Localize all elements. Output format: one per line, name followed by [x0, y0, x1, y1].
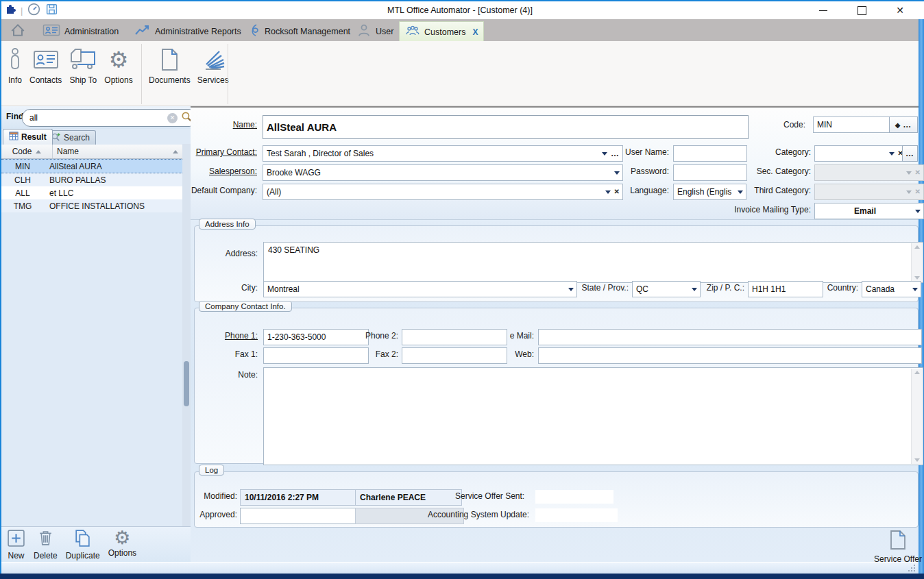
approved-input[interactable]	[240, 508, 358, 524]
dropdown-icon[interactable]	[915, 210, 921, 213]
tab-close-icon[interactable]: X	[472, 27, 478, 37]
documents-button[interactable]: Documents	[145, 45, 194, 86]
document-icon	[160, 46, 179, 73]
web-input[interactable]	[538, 347, 922, 364]
tab-user[interactable]: User	[351, 21, 399, 41]
service-offer-doc-icon	[889, 530, 907, 553]
find-label: Find	[6, 112, 23, 121]
services-button[interactable]: Services	[194, 45, 232, 86]
close-icon: ✕	[896, 5, 904, 15]
options-button[interactable]: ⚙ Options	[101, 45, 136, 86]
home-button[interactable]	[4, 21, 32, 41]
category-combo[interactable]: ✕	[814, 145, 907, 162]
address-label: Address:	[195, 249, 258, 258]
city-combo[interactable]: Montreal	[263, 281, 577, 297]
primary-contact-combo[interactable]: Test Sarah , Director of Sales …	[263, 145, 623, 162]
default-company-combo[interactable]: (All) ✕	[263, 184, 623, 200]
gear-icon: ⚙	[109, 46, 129, 73]
tab-administrative-reports[interactable]: Administrative Reports	[129, 21, 247, 41]
info-button[interactable]: Info	[4, 45, 26, 86]
status-bar	[1, 562, 919, 574]
ellipsis-icon: …	[903, 121, 912, 129]
address-info-group: Address Info Address: 430 SEATING City: …	[194, 225, 919, 302]
accounting-update-field[interactable]	[535, 508, 618, 522]
scrollbar-thumb[interactable]	[184, 361, 189, 406]
ribbon-separator	[228, 44, 228, 104]
textarea-scrollbar[interactable]	[911, 243, 922, 282]
scroll-down-icon[interactable]	[914, 458, 920, 462]
table-row[interactable]: MIN AllSteal AURA	[1, 159, 182, 173]
country-combo[interactable]: Canada	[862, 281, 921, 297]
code-input[interactable]: MIN	[813, 116, 892, 133]
note-label: Note:	[195, 370, 258, 380]
vertical-scrollbar[interactable]	[182, 144, 191, 526]
name-input[interactable]: AllSteal AURA	[263, 115, 749, 139]
gear-icon: ⚙	[114, 529, 130, 547]
minimize-button[interactable]	[814, 3, 832, 17]
tab-customers-active[interactable]: Customers X	[399, 21, 484, 42]
textarea-scrollbar[interactable]	[911, 369, 922, 464]
scroll-up-icon[interactable]	[914, 371, 920, 374]
approved-label: Approved:	[195, 510, 237, 519]
table-row[interactable]: CLH BURO PALLAS	[1, 173, 182, 186]
result-search-tabs: Result Search	[1, 129, 191, 145]
main-tab-bar: Administration Administrative Reports Ro…	[1, 19, 919, 41]
category-lookup-button[interactable]: …	[902, 145, 918, 162]
country-label: Country:	[812, 283, 858, 293]
search-value: all	[29, 113, 167, 123]
phone1-label: Phone 1:	[195, 331, 258, 341]
default-company-label: Default Company:	[191, 186, 257, 195]
search-input[interactable]: all ✕	[22, 109, 197, 127]
fax1-label: Fax 1:	[195, 349, 258, 359]
sort-asc-icon	[173, 150, 178, 153]
salesperson-combo[interactable]: Brooke WAGG	[263, 164, 623, 181]
ribbon-separator	[141, 44, 142, 104]
tab-label: User	[376, 27, 393, 36]
phone2-label: Phone 2:	[332, 331, 398, 341]
tab-rocksoft-management[interactable]: Rocksoft Management	[243, 21, 356, 41]
maximize-button[interactable]	[853, 3, 871, 17]
list-options-button[interactable]: ⚙ Options	[108, 529, 136, 558]
close-button[interactable]: ✕	[891, 3, 909, 17]
sec-category-combo-disabled: ✕	[814, 164, 924, 181]
category-label: Category:	[712, 147, 811, 157]
ribbon-group-other: Documents Services	[145, 41, 226, 110]
sec-category-label: Sec. Category:	[712, 167, 811, 176]
column-header-code[interactable]: Code	[1, 145, 53, 158]
third-category-combo-disabled: ✕	[814, 184, 924, 200]
ship-to-button[interactable]: Ship To	[65, 45, 101, 86]
tab-administration[interactable]: Administration	[37, 21, 124, 41]
resize-grip-icon[interactable]	[908, 564, 916, 572]
tab-result[interactable]: Result	[3, 129, 53, 145]
contacts-button[interactable]: Contacts	[26, 45, 65, 86]
clear-icon[interactable]: ✕	[167, 113, 178, 123]
service-offer-sent-field[interactable]	[535, 490, 613, 504]
column-header-name[interactable]: Name	[53, 145, 182, 158]
minimize-icon	[819, 10, 827, 11]
clear-x-icon: ✕	[915, 169, 921, 176]
code-lookup-button[interactable]: ◆…	[889, 116, 918, 133]
scroll-down-icon[interactable]	[914, 276, 920, 280]
table-row[interactable]: ALL et LLC	[1, 186, 182, 199]
primary-contact-label: Primary Contact:	[191, 147, 257, 157]
invoice-mailing-type-label: Invoice Mailing Type:	[670, 205, 811, 214]
new-icon	[7, 529, 25, 550]
new-button[interactable]: New	[7, 529, 25, 560]
dropdown-icon[interactable]	[889, 152, 895, 156]
duplicate-button[interactable]: Duplicate	[66, 529, 100, 560]
log-group-title: Log	[199, 465, 224, 476]
invoice-mailing-type-combo[interactable]: Email	[814, 203, 924, 219]
email-input[interactable]	[538, 329, 922, 345]
service-offer-button[interactable]: Service Offer	[871, 530, 924, 563]
delete-button[interactable]: Delete	[34, 529, 58, 560]
customer-list-panel: Find all ✕ Result Search Code Name MIN	[1, 106, 191, 562]
tab-label: Administrative Reports	[155, 27, 241, 36]
dropdown-icon[interactable]	[912, 288, 918, 291]
window-title: MTL Office Automator - [Customer (4)]	[1, 5, 919, 15]
address-textarea[interactable]: 430 SEATING	[263, 242, 923, 283]
truck-icon	[69, 46, 97, 73]
city-label: City:	[195, 283, 258, 293]
note-textarea[interactable]	[263, 367, 923, 465]
table-row[interactable]: TMG OFFICE INSTALLATIONS	[1, 199, 182, 212]
scroll-up-icon[interactable]	[914, 245, 920, 249]
